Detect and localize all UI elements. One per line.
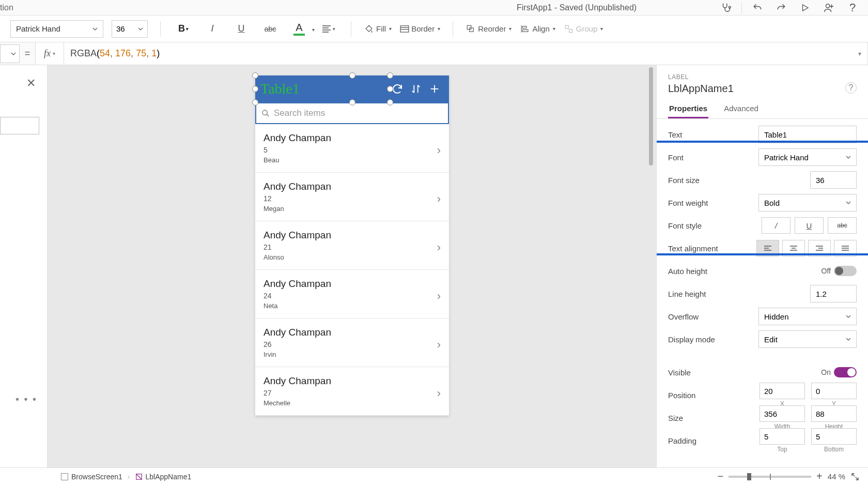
prop-padding-label: Padding [668, 436, 760, 445]
zoom-slider[interactable] [729, 476, 811, 478]
fit-screen-icon[interactable] [850, 472, 860, 481]
reorder-button[interactable]: Reorder▾ [466, 24, 512, 34]
border-button[interactable]: Border▾ [400, 24, 440, 33]
item-name: Andy Champan [264, 375, 331, 387]
visible-toggle[interactable] [834, 367, 857, 377]
position-x-input[interactable] [760, 383, 805, 399]
list-item[interactable]: Andy Champan21Alonso› [255, 221, 449, 270]
prop-font-select[interactable]: Patrick Hand [758, 148, 857, 166]
prop-lineheight-label: Line height [668, 290, 810, 298]
tab-advanced[interactable]: Advanced [723, 100, 760, 118]
help-icon[interactable]: ? [842, 1, 863, 15]
search-placeholder: Search items [274, 108, 325, 118]
undo-icon[interactable] [747, 1, 768, 15]
fill-button[interactable]: Fill▾ [364, 24, 392, 34]
panel-help-icon[interactable]: ? [845, 82, 857, 94]
padding-bottom-input[interactable] [811, 428, 857, 445]
svg-line-19 [267, 114, 269, 116]
list-item[interactable]: Andy Champan12Megan› [255, 173, 449, 221]
chevron-right-icon[interactable]: › [437, 241, 441, 254]
zoom-value: 44 % [828, 472, 845, 481]
item-id: 27 [264, 389, 331, 397]
stethoscope-icon[interactable] [716, 1, 736, 15]
font-color-button[interactable]: A▾ [289, 22, 309, 36]
formula-input[interactable]: RGBA(54, 176, 75, 1) ▾ [64, 42, 868, 65]
prop-text-input[interactable]: Table1 [758, 126, 857, 143]
play-icon[interactable] [795, 1, 815, 15]
autoheight-toggle[interactable] [834, 266, 857, 276]
sort-icon[interactable] [407, 80, 425, 98]
italic-button[interactable]: I [202, 20, 223, 38]
breadcrumb-screen[interactable]: BrowseScreen1 [56, 471, 128, 483]
prop-fontsize-input[interactable]: 36 [810, 171, 857, 189]
tab-properties[interactable]: Properties [668, 100, 708, 118]
font-dropdown[interactable]: Patrick Hand [10, 20, 103, 38]
search-input[interactable]: Search items [255, 102, 449, 124]
zoom-out-button[interactable]: − [717, 471, 723, 482]
style-strike-button[interactable]: abc [828, 217, 857, 234]
item-sub: Alonso [264, 253, 331, 261]
chevron-right-icon[interactable]: › [437, 144, 441, 157]
padding-top-input[interactable] [760, 428, 805, 445]
align-right-button[interactable] [808, 240, 831, 256]
add-icon[interactable] [425, 80, 444, 98]
align-left-button[interactable] [756, 240, 779, 256]
close-icon[interactable]: ✕ [26, 77, 36, 90]
selection-handle[interactable] [252, 86, 258, 92]
prop-displaymode-select[interactable]: Edit [758, 330, 857, 348]
canvas[interactable]: Table1 [48, 65, 656, 467]
prop-fontweight-label: Font weight [668, 199, 758, 207]
prop-text-label: Text [668, 130, 758, 139]
fx-button[interactable]: fx▾ [35, 42, 64, 65]
size-h-input[interactable] [811, 405, 857, 422]
tree-mini-box[interactable] [0, 117, 39, 134]
prop-textalign-label: Text alignment [668, 244, 756, 253]
partial-title: tion [0, 3, 13, 12]
font-size-dropdown[interactable]: 36 [112, 20, 148, 38]
align-button[interactable]: Align▾ [520, 24, 555, 34]
align-justify-button[interactable] [834, 240, 857, 256]
align-paragraph-button[interactable]: ▾ [318, 20, 338, 38]
prop-lineheight-input[interactable]: 1.2 [810, 285, 857, 302]
properties-panel: LABEL LblAppName1 ? Properties Advanced … [656, 65, 868, 467]
selection-handle[interactable] [349, 72, 355, 79]
list-item[interactable]: Andy Champan5Beau› [255, 124, 449, 173]
style-italic-button[interactable]: / [762, 217, 791, 234]
item-name: Andy Champan [264, 278, 331, 290]
vertical-scrollbar[interactable] [648, 67, 654, 465]
underline-button[interactable]: U [231, 20, 252, 38]
size-w-input[interactable] [760, 405, 805, 422]
chevron-right-icon[interactable]: › [437, 338, 441, 352]
position-y-input[interactable] [811, 383, 857, 399]
align-center-button[interactable] [782, 240, 805, 256]
property-selector[interactable] [0, 44, 20, 63]
prop-fontweight-select[interactable]: Bold [758, 194, 857, 211]
list-item[interactable]: Andy Champan24Neta› [255, 270, 449, 319]
svg-rect-10 [470, 27, 474, 32]
style-underline-button[interactable]: U [795, 217, 824, 234]
prop-overflow-select[interactable]: Hidden [758, 308, 857, 325]
item-id: 21 [264, 243, 331, 251]
selection-handle[interactable] [349, 99, 355, 105]
more-icon[interactable]: • • • [16, 393, 37, 405]
breadcrumb-control[interactable]: LblAppName1 [130, 471, 197, 483]
selection-handle[interactable] [252, 99, 258, 105]
chevron-right-icon[interactable]: › [437, 387, 441, 400]
bold-button[interactable]: B▾ [173, 20, 194, 38]
strike-button[interactable]: abc [260, 20, 281, 38]
selection-handle[interactable] [387, 99, 393, 105]
svg-point-18 [262, 110, 267, 115]
share-icon[interactable] [818, 1, 839, 15]
chevron-right-icon[interactable]: › [437, 290, 441, 303]
header-title[interactable]: Table1 [260, 81, 388, 97]
svg-rect-15 [569, 29, 572, 32]
selection-handle[interactable] [387, 72, 393, 79]
selection-handle[interactable] [252, 72, 258, 79]
redo-icon[interactable] [771, 1, 792, 15]
list-item[interactable]: Andy Champan27Mechelle› [255, 367, 449, 416]
selection-handle[interactable] [387, 86, 393, 92]
app-header[interactable]: Table1 [255, 75, 449, 102]
zoom-in-button[interactable]: + [816, 471, 823, 482]
chevron-right-icon[interactable]: › [437, 192, 441, 206]
list-item[interactable]: Andy Champan26Irvin› [255, 319, 449, 367]
